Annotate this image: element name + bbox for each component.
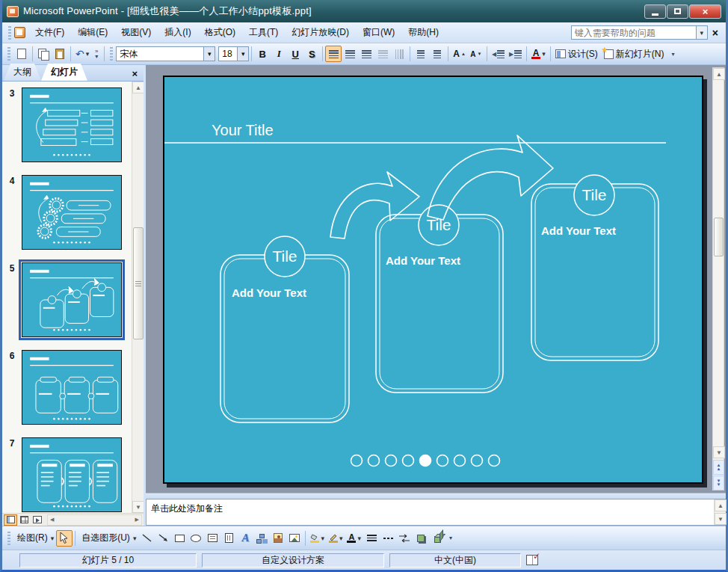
clip-art-button[interactable] — [270, 530, 286, 547]
curved-arrow-1[interactable] — [330, 172, 419, 239]
new-document-button[interactable] — [13, 46, 30, 62]
tab-outline[interactable]: 大纲 — [4, 64, 41, 81]
help-question-input[interactable] — [571, 25, 697, 40]
menubar-grip[interactable] — [8, 26, 11, 40]
notes-pane[interactable]: 单击此处添加备注 ▲ ▼ — [146, 499, 726, 526]
paste-button[interactable] — [52, 46, 68, 62]
slide-thumbnail-3[interactable] — [22, 87, 122, 162]
align-left-button[interactable] — [325, 46, 342, 62]
bullet-list-button[interactable] — [429, 46, 445, 62]
font-size-combo[interactable]: 18 ▾ — [218, 46, 249, 61]
menu-item-format[interactable]: 格式(O) — [198, 23, 242, 42]
slide-thumbnail-6[interactable] — [22, 350, 122, 425]
scrollbar-thumb[interactable] — [133, 227, 144, 339]
scroll-up-button[interactable]: ▲ — [713, 68, 725, 80]
draw-menu-button[interactable]: 绘图(R)▾ — [13, 530, 56, 547]
font-size-dropdown[interactable]: ▾ — [237, 47, 248, 61]
scroll-up-button[interactable]: ▲ — [132, 82, 144, 93]
decrease-font-button[interactable]: A▼ — [468, 46, 484, 62]
vertical-text-box-button[interactable] — [220, 530, 237, 547]
font-name-dropdown[interactable]: ▾ — [203, 47, 215, 61]
editor-scrollbar[interactable]: ▲ ▼ ▲▲ ▼▼ — [712, 67, 724, 490]
autoshapes-button[interactable]: 自选图形(U)▾ — [78, 530, 138, 547]
toolbar-grip[interactable] — [7, 47, 10, 61]
scrollbar-thumb[interactable] — [714, 218, 724, 256]
slide-thumbnail-5-selected[interactable] — [22, 262, 122, 337]
spell-check-icon[interactable]: ✓ — [526, 555, 538, 565]
align-center-button[interactable] — [342, 46, 358, 62]
previous-slide-button[interactable]: ▲▲ — [713, 460, 724, 475]
restore-button[interactable] — [667, 4, 688, 19]
increase-font-button[interactable]: A▲ — [451, 46, 468, 62]
numbered-list-button[interactable] — [413, 46, 429, 62]
notes-scrollbar[interactable]: ▲ ▼ — [714, 499, 726, 525]
menu-item-slideshow[interactable]: 幻灯片放映(D) — [285, 23, 356, 42]
tile-shape-3[interactable]: Tile Add Your Text — [531, 175, 658, 360]
increase-indent-button[interactable]: ▶ — [507, 46, 524, 62]
text-shadow-button[interactable]: S — [303, 46, 320, 62]
align-right-button[interactable] — [358, 46, 374, 62]
tab-slides[interactable]: 幻灯片 — [41, 64, 87, 81]
toolbar-grip-2[interactable] — [110, 47, 113, 61]
diagram-button[interactable] — [253, 530, 270, 547]
menu-item-file[interactable]: 文件(F) — [28, 23, 71, 42]
next-slide-button[interactable]: ▼▼ — [713, 476, 724, 490]
menu-item-window[interactable]: 窗口(W) — [356, 23, 401, 42]
design-scheme-indicator[interactable]: 自定义设计方案 — [202, 553, 384, 568]
italic-button[interactable]: I — [271, 46, 287, 62]
rectangle-tool-button[interactable] — [171, 530, 188, 547]
line-style-button[interactable] — [363, 530, 380, 547]
drawbar-grip[interactable] — [7, 532, 10, 545]
bold-button[interactable]: B — [254, 46, 271, 62]
menubar-close-button[interactable]: × — [712, 27, 718, 39]
select-objects-button[interactable] — [56, 530, 73, 547]
vertical-text-button[interactable] — [391, 46, 407, 62]
underline-button[interactable]: U — [287, 46, 303, 62]
drawbar-font-color-button[interactable]: A▾ — [345, 530, 363, 547]
arrow-tool-button[interactable] — [155, 530, 171, 547]
menu-item-insert[interactable]: 插入(I) — [158, 23, 197, 42]
menu-item-help[interactable]: 帮助(H) — [401, 23, 445, 42]
slide-editing-surface[interactable]: Your Title Tile Add Your Text — [163, 76, 703, 484]
tile-shape-1[interactable]: Tile Add Your Text — [220, 236, 349, 422]
pane-horizontal-scrollbar[interactable]: ◀ ▶ — [47, 514, 142, 526]
scroll-down-button[interactable]: ▼ — [132, 501, 144, 513]
thumbnails-scrollbar[interactable]: ▲ ▼ — [132, 82, 144, 513]
insert-picture-button[interactable] — [286, 530, 303, 547]
line-tool-button[interactable] — [138, 530, 155, 547]
menu-item-tools[interactable]: 工具(T) — [242, 23, 285, 42]
scroll-down-button[interactable]: ▼ — [715, 513, 727, 525]
tile-shape-2[interactable]: Tile Add Your Text — [376, 205, 503, 393]
dash-style-button[interactable] — [380, 530, 396, 547]
toolbar-overflow-button[interactable]: »▾ — [91, 46, 102, 62]
line-color-button[interactable]: ▾ — [327, 530, 345, 547]
font-color-button[interactable]: A ▾ — [529, 46, 548, 62]
slide-sorter-view-button[interactable] — [17, 514, 31, 526]
notes-splitter[interactable] — [146, 493, 726, 499]
notes-placeholder[interactable]: 单击此处添加备注 — [146, 499, 726, 518]
oval-tool-button[interactable] — [188, 530, 204, 547]
scroll-left-button[interactable]: ◀ — [48, 517, 56, 523]
language-indicator[interactable]: 中文(中国) — [389, 553, 521, 568]
new-slide-button[interactable]: 新幻灯片(N) — [602, 46, 668, 62]
slide-thumbnail-7[interactable] — [22, 437, 122, 512]
menu-item-view[interactable]: 视图(V) — [114, 23, 158, 42]
fill-color-button[interactable]: ▾ — [308, 530, 327, 547]
shadow-style-button[interactable] — [413, 530, 429, 547]
pane-close-button[interactable]: × — [127, 68, 142, 81]
slideshow-view-button[interactable] — [31, 514, 44, 526]
distribute-button[interactable] — [374, 46, 391, 62]
normal-view-button[interactable] — [4, 514, 17, 526]
scroll-up-button[interactable]: ▲ — [715, 499, 727, 511]
decrease-indent-button[interactable]: ◀ — [490, 46, 507, 62]
scroll-right-button[interactable]: ▶ — [133, 517, 141, 523]
text-box-button[interactable] — [204, 530, 220, 547]
font-name-combo[interactable]: 宋体 ▾ — [116, 46, 215, 61]
scroll-down-button[interactable]: ▼ — [713, 446, 725, 458]
slide-title-placeholder[interactable]: Your Title — [164, 122, 666, 143]
drawbar-overflow-button[interactable]: ▾ — [445, 530, 456, 547]
close-button[interactable]: × — [689, 4, 721, 19]
copy-button[interactable] — [35, 46, 52, 62]
help-dropdown-button[interactable]: ▾ — [697, 25, 708, 40]
3d-style-button[interactable] — [429, 530, 445, 547]
